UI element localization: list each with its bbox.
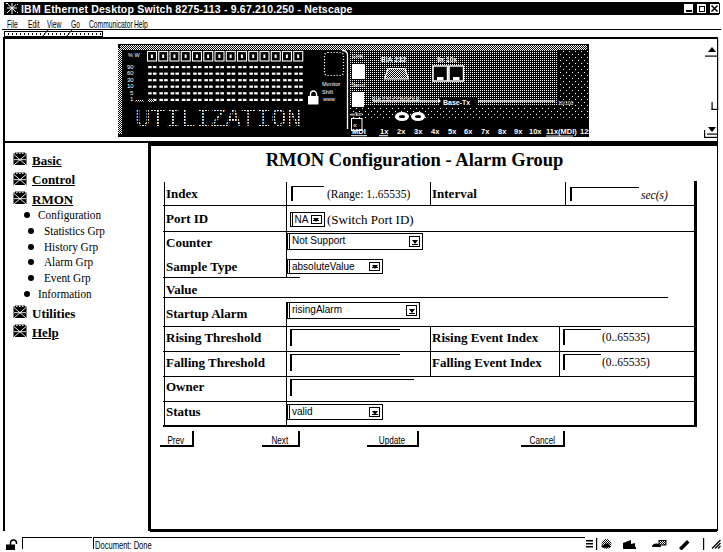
svg-text:Send: Send [351, 82, 365, 88]
svg-text:EIA 232: EIA 232 [381, 56, 406, 63]
svg-text:12x: 12x [580, 127, 589, 136]
svg-text:8x: 8x [498, 127, 507, 136]
svg-text:11x(MDI): 11x(MDI) [546, 127, 577, 136]
svg-text:10x: 10x [529, 127, 542, 136]
svg-text:3x: 3x [414, 127, 423, 136]
svg-text:www: www [322, 96, 335, 102]
svg-text:Link: Link [352, 53, 364, 59]
svg-text:e/for: e/for [351, 111, 362, 117]
svg-text:10: 10 [127, 83, 134, 89]
svg-text:6x: 6x [464, 127, 473, 136]
svg-text:2x: 2x [397, 127, 406, 136]
svg-text:10/100: 10/100 [558, 100, 574, 106]
svg-text:5x: 5x [448, 127, 457, 136]
svg-text:MDI: MDI [352, 127, 366, 136]
svg-text:4x: 4x [431, 127, 440, 136]
svg-text:60: 60 [127, 70, 134, 76]
svg-text:Shift: Shift [322, 89, 333, 95]
svg-text:% W: % W [128, 52, 140, 58]
svg-text:9x 10x: 9x 10x [437, 56, 457, 63]
svg-text:9x: 9x [514, 127, 523, 136]
svg-text:Monitor: Monitor [322, 81, 341, 87]
svg-text:1x: 1x [380, 127, 389, 136]
svg-text:UTILIZATION: UTILIZATION [135, 104, 301, 134]
svg-text:90: 90 [127, 64, 134, 70]
svg-text:7x: 7x [481, 127, 490, 136]
svg-text:30: 30 [127, 77, 134, 83]
svg-text:Base-Tx: Base-Tx [443, 99, 470, 106]
